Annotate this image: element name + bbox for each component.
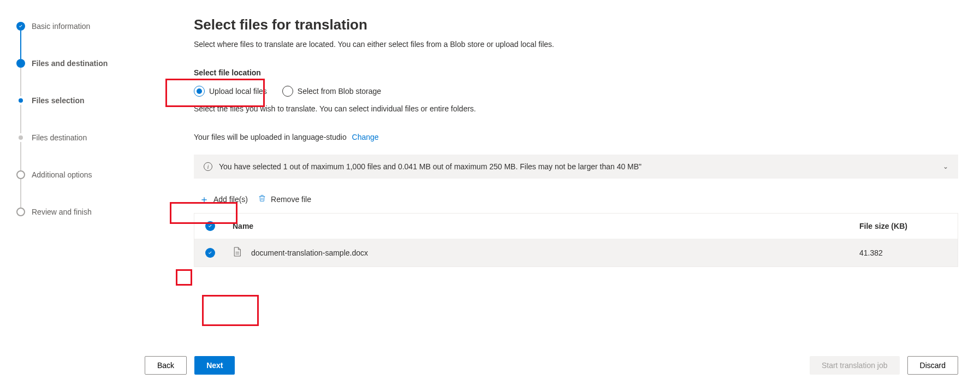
plus-icon: ＋ <box>199 194 209 204</box>
table-header: Name File size (KB) <box>194 214 958 239</box>
remove-file-button[interactable]: Remove file <box>258 194 311 204</box>
radio-label: Upload local files <box>209 87 267 96</box>
main-panel: Select files for translation Select wher… <box>169 0 980 379</box>
footer-actions: Back Next Start translation job Discard <box>145 356 958 375</box>
info-icon: i <box>204 162 212 171</box>
annotation-highlight <box>176 269 192 286</box>
remove-file-label: Remove file <box>271 195 311 204</box>
step-label: Review and finish <box>32 208 92 216</box>
circle-open-icon <box>16 170 25 179</box>
wizard-stepper: Basic information Files and destination … <box>0 0 169 379</box>
file-size: 41.382 <box>859 248 947 257</box>
step-label: Files selection <box>32 96 84 105</box>
step-label: Files and destination <box>32 59 108 68</box>
step-connector <box>20 105 21 133</box>
dot-active-icon <box>16 59 25 68</box>
trash-icon <box>258 194 266 204</box>
upload-prefix: Your files will be uploaded in language-… <box>194 133 347 141</box>
check-circle-icon <box>205 248 215 258</box>
helper-text: Select the files you wish to translate. … <box>194 104 958 113</box>
step-basic-information[interactable]: Basic information <box>16 22 169 31</box>
step-files-destination[interactable]: Files destination <box>16 133 169 142</box>
column-header-size[interactable]: File size (KB) <box>859 222 947 230</box>
file-location-label: Select file location <box>194 68 958 77</box>
column-header-name[interactable]: Name <box>233 222 859 230</box>
check-circle-icon <box>205 221 215 231</box>
step-review-and-finish[interactable]: Review and finish <box>16 208 169 216</box>
change-link[interactable]: Change <box>352 133 379 141</box>
document-icon <box>233 246 241 259</box>
step-connector <box>20 179 21 208</box>
step-connector <box>20 31 21 59</box>
table-row[interactable]: document-translation-sample.docx 41.382 <box>194 239 958 267</box>
radio-selected-icon <box>194 86 205 97</box>
add-files-button[interactable]: ＋ Add file(s) <box>199 194 248 204</box>
radio-blob-storage[interactable]: Select from Blob storage <box>282 86 381 97</box>
file-location-radio-group: Upload local files Select from Blob stor… <box>194 86 958 97</box>
add-files-label: Add file(s) <box>213 195 248 204</box>
step-label: Additional options <box>32 170 92 179</box>
step-files-and-destination[interactable]: Files and destination <box>16 59 169 68</box>
annotation-highlight <box>202 295 259 326</box>
info-text: You have selected 1 out of maximum 1,000… <box>219 162 936 171</box>
radio-upload-local[interactable]: Upload local files <box>194 86 267 97</box>
radio-label: Select from Blob storage <box>298 87 381 96</box>
chevron-down-icon: ⌄ <box>943 163 948 170</box>
page-subtitle: Select where files to translate are loca… <box>194 40 958 49</box>
step-files-selection[interactable]: Files selection <box>16 96 169 105</box>
dot-sub-icon <box>19 135 23 140</box>
radio-unselected-icon <box>282 86 293 97</box>
row-checkbox[interactable] <box>205 248 233 258</box>
select-all-checkbox[interactable] <box>205 221 233 231</box>
discard-button[interactable]: Discard <box>907 356 958 375</box>
back-button[interactable]: Back <box>145 356 187 375</box>
file-name: document-translation-sample.docx <box>251 248 368 257</box>
file-actions: ＋ Add file(s) Remove file <box>194 194 958 204</box>
file-table: Name File size (KB) document-translation… <box>194 213 958 267</box>
next-button[interactable]: Next <box>194 356 235 375</box>
start-translation-button: Start translation job <box>810 356 900 375</box>
page-title: Select files for translation <box>194 16 958 33</box>
step-additional-options[interactable]: Additional options <box>16 170 169 179</box>
dot-sub-active-icon <box>19 98 23 103</box>
check-icon <box>16 22 25 31</box>
step-connector <box>20 142 21 170</box>
step-label: Basic information <box>32 22 90 31</box>
circle-open-icon <box>16 208 25 216</box>
info-banner[interactable]: i You have selected 1 out of maximum 1,0… <box>194 155 958 179</box>
step-connector <box>20 68 21 96</box>
step-label: Files destination <box>32 133 87 142</box>
upload-destination-line: Your files will be uploaded in language-… <box>194 133 958 141</box>
